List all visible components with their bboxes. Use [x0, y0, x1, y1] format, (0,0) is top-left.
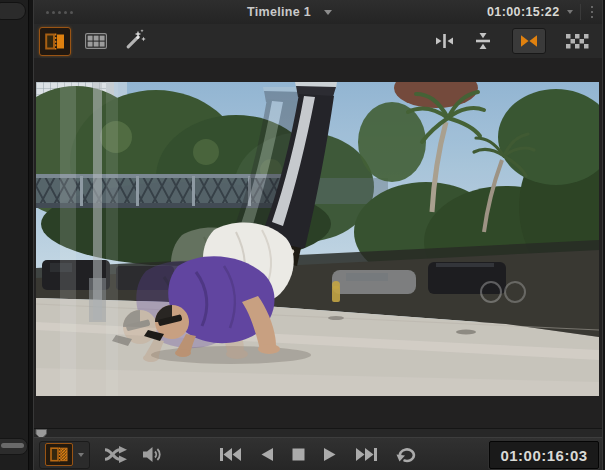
magic-wand-icon — [121, 28, 147, 54]
audio-button[interactable] — [142, 446, 164, 463]
skip-forward-icon — [355, 447, 378, 462]
checkerboard-wipe-button[interactable] — [566, 34, 590, 49]
header-timecode: 01:00:15:22 — [487, 5, 560, 19]
timeline-viewer-panel: Timeline 1 01:00:15:22 — [33, 0, 603, 470]
skip-backward-icon — [219, 447, 242, 462]
viewer-mode-icon — [50, 447, 68, 462]
loop-icon — [396, 446, 417, 463]
viewer-mode-caret-icon — [78, 453, 84, 457]
checkerboard-icon — [566, 34, 590, 49]
video-frame[interactable] — [36, 82, 599, 396]
viewer-toolbar — [34, 24, 602, 59]
adjacent-panel-edge — [0, 0, 29, 470]
go-to-last-frame-button[interactable] — [355, 447, 378, 462]
kebab-menu-icon[interactable] — [588, 6, 597, 19]
timeline-title[interactable]: Timeline 1 — [247, 5, 311, 19]
stop-icon — [292, 448, 305, 461]
split-screen-horizontal-button[interactable] — [435, 32, 454, 50]
split-screen-mix-button[interactable] — [512, 28, 546, 54]
horizontal-wipe-icon — [435, 32, 454, 50]
adjacent-panel-button-partial[interactable] — [0, 2, 26, 20]
footer-timecode: 01:00:16:03 — [500, 447, 587, 464]
vertical-wipe-icon — [474, 32, 492, 50]
adjacent-panel-slider-thumb[interactable] — [1, 443, 24, 448]
lightbox-grid-view-button[interactable] — [85, 33, 107, 49]
footer-timecode-box[interactable]: 01:00:16:03 — [489, 441, 599, 469]
titlebar-divider — [580, 4, 581, 20]
timecode-dropdown-caret-icon[interactable] — [567, 10, 573, 14]
timeline-dropdown-caret-icon[interactable] — [324, 10, 332, 15]
play-reverse-button[interactable] — [260, 447, 274, 462]
speaker-icon — [142, 446, 164, 463]
grid-icon — [85, 33, 107, 49]
go-to-first-frame-button[interactable] — [219, 447, 242, 462]
viewer-canvas[interactable] — [34, 58, 602, 428]
single-clip-view-button[interactable] — [39, 27, 71, 56]
swap-fields-button[interactable] — [103, 446, 129, 463]
enhanced-viewer-button[interactable] — [121, 28, 147, 54]
split-screen-vertical-button[interactable] — [474, 32, 492, 50]
play-forward-button[interactable] — [323, 447, 337, 462]
davinci-viewer-screenshot: Timeline 1 01:00:15:22 — [0, 0, 605, 470]
play-reverse-icon — [260, 447, 274, 462]
loop-button[interactable] — [396, 446, 417, 463]
play-icon — [323, 447, 337, 462]
shuffle-icon — [103, 446, 129, 463]
viewer-titlebar: Timeline 1 01:00:15:22 — [34, 0, 602, 25]
stop-button[interactable] — [292, 448, 305, 461]
bowtie-mix-icon — [520, 34, 538, 48]
transport-controls — [219, 446, 417, 463]
transport-toolbar: 01:00:16:03 — [34, 437, 602, 470]
drag-handle-dots-icon[interactable] — [46, 11, 73, 14]
viewer-mode-button[interactable] — [39, 441, 90, 469]
single-clip-view-icon — [45, 33, 65, 50]
